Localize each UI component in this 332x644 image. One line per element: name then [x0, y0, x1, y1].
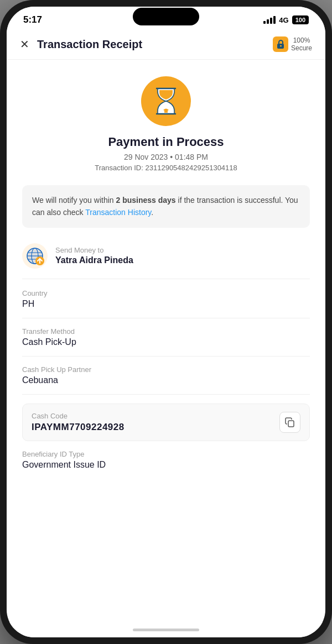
transaction-id: Transaction ID: 231129054824292513041​18 — [95, 164, 237, 172]
info-box: We will notify you within 2 business day… — [22, 185, 310, 228]
content-area: Payment in Process 29 Nov 2023 • 01:48 P… — [7, 60, 325, 622]
cash-pickup-partner-label: Cash Pick Up Partner — [22, 365, 310, 374]
status-icons: 4G 100 — [263, 15, 309, 24]
recipient-row: Send Money to Yatra Aidra Pineda — [22, 243, 310, 279]
transfer-method-row: Transfer Method Cash Pick-Up — [22, 327, 310, 357]
copy-button[interactable] — [279, 412, 300, 433]
transfer-method-label: Transfer Method — [22, 327, 310, 336]
globe-icon — [22, 243, 48, 269]
transaction-history-link[interactable]: Transaction History — [85, 208, 151, 217]
network-label: 4G — [279, 16, 288, 24]
cash-pickup-partner-row: Cash Pick Up Partner Cebuana — [22, 365, 310, 395]
country-value: PH — [22, 299, 310, 309]
beneficiary-id-row: Beneficiary ID Type Government Issue ID — [22, 450, 310, 479]
header: ✕ Transaction Receipt 100% Secure — [7, 30, 325, 60]
close-button[interactable]: ✕ — [20, 38, 29, 51]
svg-rect-13 — [288, 421, 294, 427]
recipient-info: Send Money to Yatra Aidra Pineda — [55, 246, 133, 265]
signal-icon — [263, 16, 276, 24]
hourglass-icon — [141, 76, 191, 126]
recipient-name: Yatra Aidra Pineda — [55, 255, 133, 265]
dynamic-island — [133, 8, 199, 25]
cash-code-row: Cash Code IPAYMM7709224928 — [22, 404, 310, 441]
details-section: Send Money to Yatra Aidra Pineda Country… — [22, 243, 310, 479]
recipient-label: Send Money to — [55, 246, 133, 254]
page-title: Transaction Receipt — [37, 38, 142, 51]
status-time: 5:17 — [23, 14, 42, 25]
country-row: Country PH — [22, 289, 310, 318]
payment-datetime: 29 Nov 2023 • 01:48 PM — [124, 153, 208, 161]
status-section: Payment in Process 29 Nov 2023 • 01:48 P… — [22, 76, 310, 172]
country-label: Country — [22, 289, 310, 297]
header-left: ✕ Transaction Receipt — [20, 38, 142, 51]
lock-icon — [273, 36, 288, 52]
cash-pickup-partner-value: Cebuana — [22, 375, 310, 385]
home-indicator — [7, 622, 325, 637]
phone-screen: 5:17 4G 100 ✕ Transaction Receipt — [7, 7, 325, 637]
phone-frame: 5:17 4G 100 ✕ Transaction Receipt — [0, 0, 332, 644]
beneficiary-id-value: Government Issue ID — [22, 460, 310, 470]
beneficiary-id-label: Beneficiary ID Type — [22, 450, 310, 458]
cash-code-value: IPAYMM7709224928 — [32, 422, 124, 433]
svg-point-1 — [280, 45, 282, 47]
battery-badge: 100 — [292, 15, 309, 24]
cash-code-label: Cash Code — [32, 412, 124, 420]
secure-badge: 100% Secure — [273, 36, 312, 53]
secure-text: 100% Secure — [291, 36, 312, 53]
copy-icon — [284, 417, 295, 428]
transfer-method-value: Cash Pick-Up — [22, 337, 310, 347]
content-inner: Payment in Process 29 Nov 2023 • 01:48 P… — [7, 60, 325, 501]
transaction-id-value: 231129054824292513041​18 — [146, 164, 237, 172]
payment-status-title: Payment in Process — [108, 135, 224, 149]
home-bar — [133, 629, 199, 631]
